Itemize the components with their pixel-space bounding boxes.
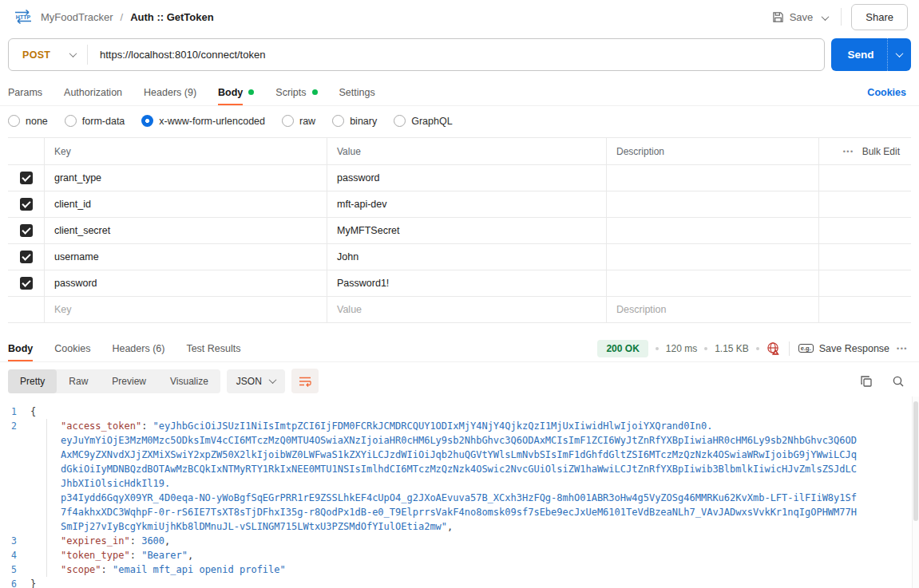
row-description-field[interactable] [607,165,819,191]
code-line-content: { [30,404,36,419]
language-selector[interactable]: JSON [227,369,285,393]
breadcrumb-request-name[interactable]: Auth :: GetToken [130,11,213,23]
request-tab-authorization[interactable]: Authorization [64,79,122,105]
column-header-value: Value [327,138,607,164]
send-options-chevron[interactable] [887,38,911,71]
row-key-field[interactable]: grant_type [45,165,327,191]
row-value-field[interactable]: password [327,165,607,191]
body-type-radio-form-data[interactable]: form-data [65,115,125,127]
code-token: "eyJhbGciOiJSUzI1NiIsImtpZCI6IjFDM0FCRkJ… [153,420,713,432]
code-line-content: "scope": "email mft_api openid profile" [30,562,286,577]
body-type-radio-none[interactable]: none [8,115,48,127]
response-tab-body[interactable]: Body [8,335,33,361]
row-checkbox-checked[interactable] [20,172,33,184]
row-description-field[interactable] [607,270,819,296]
row-checkbox-checked[interactable] [20,224,33,237]
more-options-icon[interactable]: ••• [843,148,854,156]
line-number [0,519,30,534]
body-type-radio-binary[interactable]: binary [332,115,377,127]
body-type-radio-graphql[interactable]: GraphQL [394,115,452,127]
row-key-field[interactable]: password [45,270,327,296]
row-value-field[interactable]: mft-api-dev [327,191,607,217]
code-token: p34Iydd6GqyX09YR_4D0eqa-NO-yWoBgfSqEGrPR… [61,492,857,503]
code-token: , [164,535,170,547]
row-checkbox-cell [8,244,45,270]
row-value-field[interactable]: Password1! [327,270,607,296]
row-key-field-placeholder[interactable]: Key [45,297,327,322]
row-checkbox-checked[interactable] [20,251,33,263]
topbar: HTTP MyFoodTracker / Auth :: GetToken Sa… [0,0,919,34]
code-token: "access_token" [61,420,141,432]
code-line-content: p34Iydd6GqyX09YR_4D0eqa-NO-yWoBgfSqEGrPR… [30,491,857,505]
method-label: POST [22,49,50,61]
row-value-field[interactable]: MyMFTSecret [327,218,607,243]
method-selector[interactable]: POST [9,49,87,61]
cookies-link[interactable]: Cookies [867,87,906,98]
meta-separator-dot [756,347,759,350]
copy-icon[interactable] [860,375,873,388]
body-type-selector: noneform-datax-www-form-urlencodedrawbin… [0,106,919,137]
request-tab-body[interactable]: Body [218,79,254,105]
body-type-radio-raw[interactable]: raw [282,115,315,127]
tab-label: Params [8,79,42,105]
code-line: 5"scope": "email mft_api openid profile" [0,562,919,577]
code-token: 3600 [141,535,164,547]
search-icon[interactable] [892,375,905,388]
url-box: POST https://localhost:8010/connect/toke… [8,38,825,71]
save-button[interactable]: Save [772,11,814,23]
code-token: { [30,406,36,417]
view-mode-preview[interactable]: Preview [100,369,158,393]
breadcrumb-collection[interactable]: MyFoodTracker [41,11,113,23]
language-label: JSON [236,376,262,387]
row-value-field[interactable]: John [327,244,607,270]
save-response-button[interactable]: e.g. Save Response [798,343,889,354]
row-description-field-placeholder[interactable]: Description [607,297,819,322]
row-checkbox-checked[interactable] [20,277,33,290]
tab-label: Authorization [64,79,122,105]
radio-label: binary [350,116,377,127]
request-tab-settings[interactable]: Settings [339,79,375,105]
radio-icon [65,115,77,127]
wrap-lines-button[interactable] [291,369,319,393]
share-button[interactable]: Share [851,4,908,30]
status-badge[interactable]: 200 OK [597,340,648,357]
row-description-field[interactable] [607,244,819,270]
row-value-field-placeholder[interactable]: Value [327,297,607,322]
response-more-options-icon[interactable]: ••• [897,345,908,353]
view-mode-segmented-control: PrettyRawPreviewVisualize [8,369,220,393]
row-actions-cell [819,244,911,270]
row-key-field[interactable]: username [45,244,327,270]
code-line-content: } [30,577,36,588]
radio-icon [141,115,153,127]
response-size[interactable]: 1.15 KB [715,343,749,354]
breadcrumb: HTTP MyFoodTracker / Auth :: GetToken [13,9,214,25]
body-type-radio-x-www-form-urlencoded[interactable]: x-www-form-urlencoded [141,115,265,127]
response-tab-test-results[interactable]: Test Results [186,335,240,361]
request-tab-scripts[interactable]: Scripts [275,79,317,105]
response-tab-headers-6[interactable]: Headers (6) [112,335,164,361]
view-mode-visualize[interactable]: Visualize [158,369,220,393]
request-tab-params[interactable]: Params [8,79,42,105]
code-line: 4"token_type": "Bearer", [0,548,919,562]
code-line-content: dGkiOiIyMDNBQzdBOTAwMzBCQkIxNTMyRTY1RkIx… [30,462,857,476]
view-mode-pretty[interactable]: Pretty [8,369,57,393]
send-button[interactable]: Send [831,38,911,71]
scrollbar-thumb[interactable] [913,401,918,521]
row-key-field[interactable]: client_id [45,191,327,217]
line-number: 4 [0,548,30,562]
network-warning-icon[interactable] [766,341,780,355]
tab-label: Headers (9) [144,79,196,105]
save-options-chevron[interactable] [813,5,838,30]
response-tab-cookies[interactable]: Cookies [54,335,90,361]
line-number [0,448,30,462]
row-key-field[interactable]: client_secret [45,218,327,243]
request-tab-headers-9[interactable]: Headers (9) [144,79,196,105]
url-input[interactable]: https://localhost:8010/connect/token [88,49,265,61]
row-description-field[interactable] [607,218,819,243]
scrollbar-track[interactable] [912,397,919,588]
bulk-edit-button[interactable]: Bulk Edit [862,146,900,157]
response-time[interactable]: 120 ms [666,343,697,354]
view-mode-raw[interactable]: Raw [57,369,100,393]
row-description-field[interactable] [607,191,819,217]
row-checkbox-checked[interactable] [20,198,33,211]
